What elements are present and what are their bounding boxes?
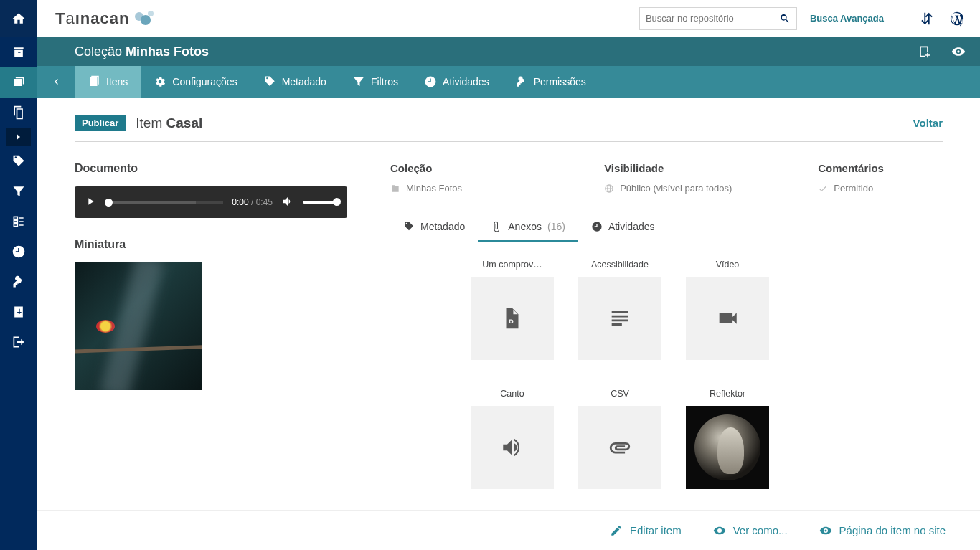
colecao-heading: Coleção [390,162,568,174]
edit-item-button[interactable]: Editar item [610,524,682,537]
nav-permissions[interactable] [0,267,37,297]
globe-icon [604,184,614,194]
audio-time: 0:00 / 0:45 [232,197,273,207]
nav-copy[interactable] [0,98,37,128]
text-icon [608,306,632,331]
search-icon[interactable] [779,13,791,24]
view-icon[interactable] [951,44,966,59]
nav-collections[interactable] [0,67,37,98]
nav-tags[interactable] [0,146,37,176]
colecao-value: Minhas Fotos [390,183,568,194]
audio-player[interactable]: 0:00 / 0:45 [75,186,347,218]
eye-icon [713,524,726,537]
pdf-icon [500,306,524,331]
subtab-atividades[interactable]: Atividades [578,214,668,242]
publish-badge: Publicar [75,115,126,131]
nav-home[interactable] [0,0,37,37]
tab-atividades[interactable]: Atividades [411,66,502,98]
comentarios-heading: Comentários [818,162,943,174]
logo-icon [135,11,155,27]
tab-metadado[interactable]: Metadado [250,66,339,98]
audio-progress[interactable] [105,199,223,207]
nav-archive[interactable] [0,37,37,67]
attachment-item[interactable]: Canto [462,389,562,489]
thumbnail-image[interactable] [75,262,202,390]
video-icon [715,306,740,331]
wordpress-icon[interactable] [948,10,966,27]
back-link[interactable]: Voltar [913,117,943,129]
play-button[interactable] [85,196,96,209]
tab-permissoes[interactable]: Permissões [502,66,599,98]
item-subtabs: Metadado Anexos (16) Atividades [390,214,943,242]
miniatura-heading: Miniatura [75,238,347,251]
documento-heading: Documento [75,162,347,175]
item-title: Item Casal [136,115,202,131]
attachment-item[interactable]: Um comprov… [462,260,562,360]
folder-icon [390,184,400,194]
visibilidade-heading: Visibilidade [604,162,782,174]
collection-header: Coleção Minhas Fotos [37,37,980,66]
check-icon [818,184,828,194]
tab-configuracoes[interactable]: Configurações [141,66,250,98]
nav-taxonomies[interactable] [0,207,37,237]
visibilidade-value: Público (visível para todos) [604,183,782,194]
tabs-back-button[interactable] [37,66,75,98]
attachments-grid: Um comprov… Acessibilidade Vídeo Canto C… [390,260,943,489]
attachment-item[interactable]: Vídeo [677,260,778,360]
attachment-item[interactable]: CSV [570,389,670,489]
volume-icon[interactable] [281,195,294,210]
search-box[interactable] [639,7,797,30]
footer-actions: Editar item Ver como... Página do item n… [37,510,980,550]
logo-text: Taınacan [55,9,129,28]
nav-filters[interactable] [0,176,37,207]
tab-filtros[interactable]: Filtros [339,66,411,98]
eye-solid-icon [819,524,832,537]
item-page-button[interactable]: Página do item no site [819,524,946,537]
volume-slider[interactable] [303,201,337,204]
pencil-icon [610,524,623,537]
subtab-anexos[interactable]: Anexos (16) [478,214,578,242]
collection-title: Coleção Minhas Fotos [75,44,209,60]
audio-icon [500,435,524,460]
image-thumbnail [686,406,769,489]
search-input[interactable] [646,13,779,24]
nav-import[interactable] [0,297,37,327]
attachment-item[interactable]: Acessibilidade [570,260,670,360]
sort-icon[interactable] [918,10,936,27]
nav-sub-expand[interactable] [6,128,31,146]
new-item-icon[interactable] [917,44,931,59]
comentarios-value: Permitido [818,183,943,194]
logo[interactable]: Taınacan [55,9,155,28]
advanced-search-link[interactable]: Busca Avançada [810,13,884,24]
nav-activities[interactable] [0,237,37,267]
subtab-metadado[interactable]: Metadado [390,214,478,242]
tab-itens[interactable]: Itens [75,66,141,98]
topbar: Taınacan Busca Avançada [37,0,980,37]
left-sidebar [0,0,37,550]
attachment-icon [608,435,632,460]
nav-export[interactable] [0,327,37,357]
collection-tabs: Itens Configurações Metadado Filtros Ati… [37,66,980,98]
attachment-item[interactable]: Reflektor [677,389,778,489]
view-as-button[interactable]: Ver como... [713,524,788,537]
